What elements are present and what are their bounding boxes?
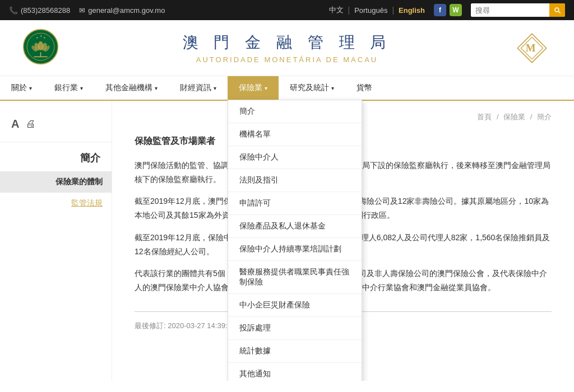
search-input[interactable] [471,3,549,17]
nav-financial-info[interactable]: 財經資訊 ▾ [169,76,228,100]
dropdown-item-complaints[interactable]: 投訴處理 [228,317,362,340]
nav-financial-info-arrow: ▾ [214,85,216,91]
lang-sep-1: | [348,6,350,15]
breadcrumb-current: 簡介 [537,113,552,121]
dropdown-item-notices[interactable]: 其他通知 [228,363,362,381]
macau-govt-logo: ★ ★ ★ [22,29,62,68]
site-title-zh: 澳 門 金 融 管 理 局 [183,32,392,53]
language-switcher: 中文 | Português | English [329,5,425,15]
amm-logo: M [512,29,552,68]
phone-number: (853)28568288 [21,6,70,15]
social-links: f W [434,4,462,16]
breadcrumb-sep-1: / [497,113,499,121]
svg-text:M: M [526,42,536,54]
nav-about-arrow: ▾ [29,85,32,91]
phone-contact: 📞 (853)28568288 [9,6,70,15]
nav-insurance-arrow: ▾ [265,85,267,91]
nav-about[interactable]: 關於 ▾ [0,76,43,100]
sidebar: A 🖨 簡介 保險業的體制 監管法規 [0,101,112,381]
dropdown-item-intermediary[interactable]: 保險中介人 [228,146,362,169]
site-header: ★ ★ ★ 澳 門 金 融 管 理 局 AUTORIDADE MONETÁRIA… [0,20,574,76]
print-icon[interactable]: 🖨 [26,118,36,130]
dropdown-item-intro[interactable]: 簡介 [228,100,362,123]
nav-currency[interactable]: 貨幣 [345,76,383,100]
email-address: general@amcm.gov.mo [88,6,165,15]
sidebar-tools: A 🖨 [0,112,112,142]
dropdown-item-training[interactable]: 保險中介人持續專業培訓計劃 [228,238,362,261]
top-bar: 📞 (853)28568288 ✉ general@amcm.gov.mo 中文… [0,0,574,20]
dropdown-item-application[interactable]: 申請許可 [228,192,362,215]
top-bar-left: 📞 (853)28568288 ✉ general@amcm.gov.mo [9,6,320,15]
lang-zh[interactable]: 中文 [329,5,344,15]
sidebar-item-structure[interactable]: 保險業的體制 [0,171,112,193]
last-modified-date: 2020-03-27 14:39:05 [168,321,235,330]
phone-icon: 📞 [9,6,18,15]
nav-banking[interactable]: 銀行業 ▾ [43,76,94,100]
nav-research[interactable]: 研究及統計 ▾ [279,76,345,100]
dropdown-item-sme[interactable]: 中小企巨災財產保險 [228,294,362,317]
site-title-block: 澳 門 金 融 管 理 局 AUTORIDADE MONETÁRIA DE MA… [183,32,392,64]
last-modified-label: 最後修訂: [135,321,166,330]
nav-banking-arrow: ▾ [80,85,83,91]
search-icon [553,6,561,14]
lang-sep-2: | [392,6,394,15]
nav-insurance-wrapper: 保險業 ▾ 簡介 機構名單 保險中介人 法則及指引 申請許可 保險產品及私人退休… [228,76,279,100]
lang-pt[interactable]: Português [354,6,387,15]
nav-research-arrow: ▾ [331,85,334,91]
email-contact: ✉ general@amcm.gov.mo [79,6,165,15]
facebook-icon[interactable]: f [434,4,446,16]
font-size-icon[interactable]: A [11,118,19,130]
email-icon: ✉ [79,6,85,15]
lang-en[interactable]: English [399,6,425,15]
dropdown-item-regulations[interactable]: 法則及指引 [228,169,362,192]
nav-other-finance-arrow: ▾ [155,85,158,91]
dropdown-item-products[interactable]: 保險產品及私人退休基金 [228,215,362,238]
nav-other-finance[interactable]: 其他金融機構 ▾ [94,76,169,100]
breadcrumb-sep-2: / [530,113,533,121]
sidebar-item-regulations[interactable]: 監管法規 [0,193,112,214]
search-button[interactable] [549,3,565,17]
sidebar-section-title: 簡介 [0,142,112,171]
dropdown-item-org-list[interactable]: 機構名單 [228,123,362,146]
dropdown-item-medical[interactable]: 醫療服務提供者職業民事責任強制保險 [228,261,362,294]
search-bar [471,3,565,17]
site-title-pt: AUTORIDADE MONETÁRIA DE MACAU [183,55,392,64]
breadcrumb-home[interactable]: 首頁 [477,113,492,121]
wechat-icon[interactable]: W [450,4,462,16]
breadcrumb-insurance[interactable]: 保險業 [503,113,525,121]
main-navigation: 關於 ▾ 銀行業 ▾ 其他金融機構 ▾ 財經資訊 ▾ 保險業 ▾ 簡介 機構名單… [0,76,574,101]
nav-insurance[interactable]: 保險業 ▾ [228,76,279,100]
dropdown-item-stats[interactable]: 統計數據 [228,340,362,363]
insurance-dropdown: 簡介 機構名單 保險中介人 法則及指引 申請許可 保險產品及私人退休基金 保險中… [228,100,362,381]
